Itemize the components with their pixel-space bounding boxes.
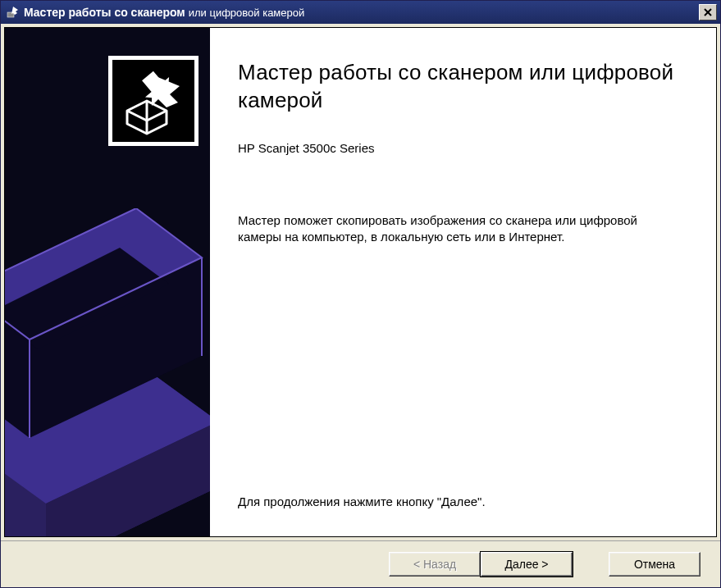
svg-line-6 — [127, 111, 147, 121]
device-name: HP Scanjet 3500c Series — [238, 141, 688, 155]
window-title-sub: или цифровой камерой — [189, 7, 305, 19]
window-title-main: Мастер работы со сканером — [24, 6, 185, 19]
wizard-sidebar — [5, 28, 210, 536]
titlebar: Мастер работы со сканером или цифровой к… — [1, 1, 720, 24]
continue-hint: Для продолжения нажмите кнопку "Далее". — [238, 495, 688, 508]
export-arrow-icon — [6, 6, 19, 19]
close-button[interactable] — [699, 4, 717, 21]
wizard-description: Мастер поможет скопировать изображения с… — [238, 212, 681, 246]
svg-marker-9 — [152, 75, 180, 107]
wizard-button-row: < Назад Далее > Отмена — [1, 540, 720, 587]
nav-button-group: < Назад Далее > — [389, 552, 573, 577]
close-icon — [704, 8, 712, 16]
cancel-button[interactable]: Отмена — [609, 552, 700, 577]
export-arrow-icon — [108, 56, 199, 146]
wizard-window: Мастер работы со сканером или цифровой к… — [0, 0, 721, 588]
wizard-heading: Мастер работы со сканером или цифровой к… — [238, 59, 688, 115]
wizard-content: Мастер работы со сканером или цифровой к… — [210, 28, 716, 536]
next-button[interactable]: Далее > — [481, 552, 573, 577]
scanner-illustration-icon — [5, 208, 210, 536]
back-button: < Назад — [389, 552, 481, 577]
svg-line-7 — [147, 111, 167, 121]
wizard-body: Мастер работы со сканером или цифровой к… — [4, 27, 717, 537]
